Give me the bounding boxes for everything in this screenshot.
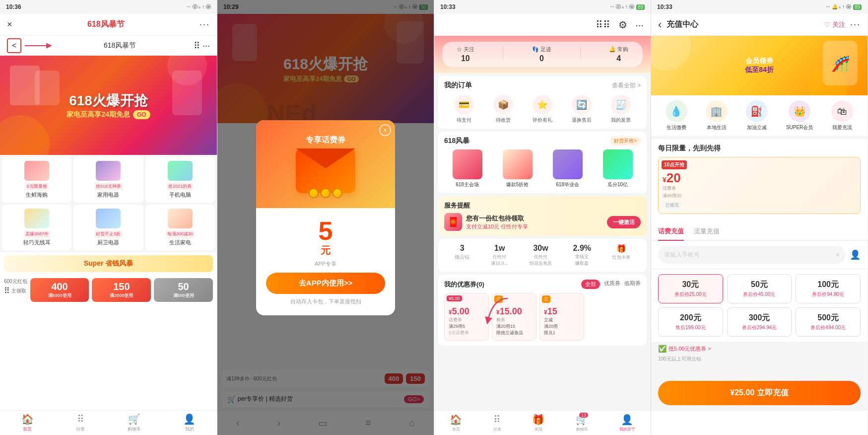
invoice-label: 我的发票 <box>611 117 631 124</box>
option-price-200: 售后199.00元 <box>663 324 719 331</box>
back-button-1[interactable]: < <box>7 38 21 53</box>
promo-amount-400: 400 <box>35 281 84 292</box>
bnav-cat-1[interactable]: ⠿ 分类 <box>76 413 85 433</box>
bnav-label-3-cart: 购物车 <box>576 427 588 432</box>
more-btn-4[interactable]: ··· <box>850 19 861 30</box>
order-icon-invoice[interactable]: 🧾 我的发票 <box>611 95 631 124</box>
option-200[interactable]: 200元 售后199.00元 <box>658 307 723 337</box>
coupon-tab-quality[interactable]: 优质券 <box>604 280 620 289</box>
coupon-type-1: 话费券 <box>449 317 484 323</box>
banner-title-1: 618火爆开抢 <box>67 91 150 110</box>
bnav-3-me[interactable]: 👤 我的苏宁 <box>619 414 635 432</box>
coupon-item-3[interactable]: 立 ¥15 立减满20用限兑1 <box>539 293 584 341</box>
order-icon-review[interactable]: ⭐ 评价有礼 <box>533 95 552 124</box>
modal-cta-btn[interactable]: 去APP内使用>> <box>266 273 385 294</box>
promo-badge-150[interactable]: 150 满2000使用 <box>92 278 151 302</box>
grid-item-4[interactable]: 卖爆2087件 轻巧无线耳 <box>2 205 71 250</box>
coupon-amount-2: ¥15.00 <box>496 306 532 317</box>
coupon-item-2[interactable]: 立 ¥15.00 粮券 满20用15限德立诚食品 <box>492 293 536 341</box>
618-label-main: 618主会场 <box>456 181 479 188</box>
modal-close-2[interactable]: × <box>379 124 391 136</box>
bnav-3-home[interactable]: 🏠 首页 <box>450 414 462 432</box>
grid-item-2[interactable]: 抢618元神券 家用电器 <box>73 157 143 203</box>
bnav-3-discover[interactable]: 🎁 发现 <box>532 414 544 432</box>
more-button-1[interactable]: ··· <box>200 19 210 30</box>
order-icon-pay[interactable]: 💳 待支付 <box>454 95 474 124</box>
coupon-item-1[interactable]: ¥5.00 ¥5.00 话费券 满29用5 5元话费券 <box>444 293 489 341</box>
618-item-main[interactable]: 618主会场 <box>453 149 482 188</box>
tab-phone-4[interactable]: 话费充值 <box>658 223 684 241</box>
red-packet-icon-3: 🧧 <box>444 213 462 231</box>
svc-local-4[interactable]: 🏢 本地生活 <box>706 100 728 131</box>
option-30[interactable]: 30元 券后价25.00元 <box>658 274 723 303</box>
618-item-split[interactable]: 瓜分10亿 <box>603 149 633 188</box>
close-button-1[interactable]: × <box>7 19 12 30</box>
status-bar-1: 10:36 ··· ⓞ ᵢₗ ↑ ⓦ <box>0 0 217 14</box>
modal-sub-desc-2: 自动存入卡包，下单直接抵扣 <box>256 298 395 305</box>
618-item-discount[interactable]: 爆款5折抢 <box>503 149 533 188</box>
banner-go-1[interactable]: GO <box>133 110 150 119</box>
super-label-1[interactable]: Super 省钱风暴 <box>4 255 213 272</box>
stat-footprint[interactable]: 👣 足迹 0 <box>532 46 551 63</box>
option-50[interactable]: 50元 券后价45.00元 <box>727 274 792 303</box>
coupon-tab-expiring[interactable]: 临期券 <box>624 280 641 289</box>
service-sub-3: 支付立减10元 任性付专享 <box>466 223 603 230</box>
follow-btn-4[interactable]: ♡ 关注 <box>824 20 845 29</box>
618-item-graduation[interactable]: 618毕业会 <box>553 149 583 188</box>
grid-item-img-4 <box>24 209 49 228</box>
asset-flexible[interactable]: 1w 任性付满10.0… <box>491 244 509 267</box>
option-500[interactable]: 500元 券后价494.00元 <box>796 307 861 337</box>
grid-item-name-6: 生活家电 <box>169 239 191 246</box>
grid-item-3[interactable]: 抢2021的券 手机电脑 <box>145 157 215 203</box>
grid-icon-3[interactable]: ⠿⠿ <box>596 19 610 31</box>
settings-icon-3[interactable]: ⚙ <box>618 19 627 31</box>
voucher-main-4[interactable]: 10点开抢 ¥20 话费券 满95用20 已抢完 <box>658 157 861 214</box>
clear-icon-4[interactable]: × <box>836 251 840 259</box>
svc-gas-4[interactable]: ⛽ 加油立减 <box>746 100 768 131</box>
user-stats-3: ☆ 关注 10 👣 足迹 0 🔔 常购 4 <box>442 42 643 67</box>
asset-cashback[interactable]: 30w 任性付恒花全免息 <box>530 244 552 267</box>
more-icon-3[interactable]: ··· <box>635 19 644 31</box>
contact-icon-4[interactable]: 👤 <box>850 249 861 260</box>
bnav-3-cat[interactable]: ⠿ 分类 <box>493 414 501 432</box>
bnav-home-1[interactable]: 🏠 首页 <box>21 413 34 433</box>
discount-note-4[interactable]: ✅ 抵5.00元优惠券 > <box>651 342 868 356</box>
asset-redpacket[interactable]: 🎁 红包卡券 <box>612 244 630 267</box>
back-button-4[interactable]: ‹ <box>658 18 662 31</box>
options-grid-4: 30元 券后价25.00元 50元 券后价45.00元 100元 券后价94.8… <box>658 274 861 337</box>
divider-3-2 <box>580 46 581 61</box>
618-hot[interactable]: 好货开抢> <box>610 137 641 145</box>
orders-more-3[interactable]: 查看全部 > <box>612 81 641 90</box>
grid-item-6[interactable]: 每满200减30 生活家电 <box>145 205 215 250</box>
stat-frequent[interactable]: 🔔 常购 4 <box>609 46 628 63</box>
option-100[interactable]: 100元 券后价94.80元 <box>796 274 861 303</box>
bnav-3-cart[interactable]: 🛒 13 购物车 <box>576 414 588 432</box>
option-amount-200: 200元 <box>663 313 719 323</box>
svc-recharge-4[interactable]: 🛍 我爱充流 <box>831 100 853 131</box>
grid-item-1[interactable]: 0元限量抢 生鲜海购 <box>2 157 71 203</box>
asset-diamonds[interactable]: 3 领云钻 <box>455 244 469 267</box>
order-icon-return[interactable]: 🔄 退换售后 <box>572 95 592 124</box>
coupon-tab-all[interactable]: 全部 <box>581 280 600 289</box>
svc-life-4[interactable]: 💧 生活缴费 <box>666 100 687 131</box>
activate-btn-3[interactable]: 一键激活 <box>607 216 641 228</box>
grid-item-5[interactable]: 好货不止5折 厨卫电器 <box>73 205 143 250</box>
bnav-me-1[interactable]: 👤 我的 <box>183 413 196 433</box>
bnav-cart-1[interactable]: 🛒 购物车 <box>128 413 141 433</box>
festival-618-3: 618风暴 好货开抢> 618主会场 爆款5折抢 618毕业会 瓜分10亿 <box>438 132 647 193</box>
grid-item-name-1: 生鲜海购 <box>26 191 48 199</box>
order-icon-receive[interactable]: 📦 待收货 <box>493 95 513 124</box>
top-nav-1: × 618风暴节 ··· <box>0 14 217 36</box>
promo-badge-50[interactable]: 50 满500使用 <box>154 278 213 302</box>
svc-super-4[interactable]: 👑 SUPER会员 <box>786 100 813 131</box>
cart-badge-3: 13 <box>579 413 588 418</box>
sub-icons-1[interactable]: ⠿ ··· <box>194 40 210 51</box>
panel-4: 10:33 ··· 🔔 ᵢₗ ↑ ⓦ 89 ‹ 充值中心 ♡ 关注 ··· 🎢 … <box>651 0 868 435</box>
tab-data-4[interactable]: 流量充值 <box>694 223 720 241</box>
promo-badge-400[interactable]: 400 满5000使用 <box>30 278 89 302</box>
asset-savings[interactable]: 2.9% 零钱宝赚取盈 <box>573 244 591 267</box>
option-300[interactable]: 300元 券后价294.94元 <box>727 307 792 337</box>
cta-button-4[interactable]: ¥25.00 立即充值 <box>658 381 861 405</box>
voucher-type-4: 话费券 <box>663 185 856 192</box>
stat-follow[interactable]: ☆ 关注 10 <box>457 46 474 63</box>
